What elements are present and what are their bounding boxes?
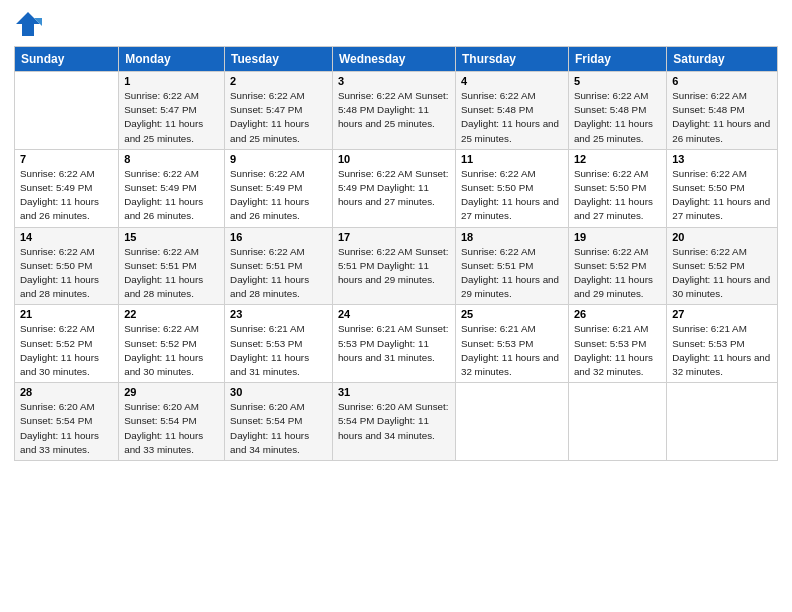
col-header-thursday: Thursday [455, 47, 568, 72]
header [14, 10, 778, 38]
day-number: 20 [672, 231, 772, 243]
day-cell: 24Sunrise: 6:21 AM Sunset: 5:53 PM Dayli… [332, 305, 455, 383]
logo-icon [14, 10, 42, 38]
week-row-4: 21Sunrise: 6:22 AM Sunset: 5:52 PM Dayli… [15, 305, 778, 383]
day-cell: 21Sunrise: 6:22 AM Sunset: 5:52 PM Dayli… [15, 305, 119, 383]
day-cell: 27Sunrise: 6:21 AM Sunset: 5:53 PM Dayli… [667, 305, 778, 383]
day-cell [568, 383, 666, 461]
day-number: 22 [124, 308, 219, 320]
day-cell [667, 383, 778, 461]
day-number: 15 [124, 231, 219, 243]
day-number: 27 [672, 308, 772, 320]
week-row-3: 14Sunrise: 6:22 AM Sunset: 5:50 PM Dayli… [15, 227, 778, 305]
day-info: Sunrise: 6:22 AM Sunset: 5:52 PM Dayligh… [574, 245, 661, 302]
day-cell: 7Sunrise: 6:22 AM Sunset: 5:49 PM Daylig… [15, 149, 119, 227]
col-header-wednesday: Wednesday [332, 47, 455, 72]
day-cell: 22Sunrise: 6:22 AM Sunset: 5:52 PM Dayli… [119, 305, 225, 383]
day-number: 8 [124, 153, 219, 165]
day-number: 30 [230, 386, 327, 398]
day-cell: 6Sunrise: 6:22 AM Sunset: 5:48 PM Daylig… [667, 72, 778, 150]
day-number: 18 [461, 231, 563, 243]
col-header-sunday: Sunday [15, 47, 119, 72]
header-row: SundayMondayTuesdayWednesdayThursdayFrid… [15, 47, 778, 72]
day-info: Sunrise: 6:22 AM Sunset: 5:47 PM Dayligh… [230, 89, 327, 146]
day-number: 14 [20, 231, 113, 243]
day-cell: 1Sunrise: 6:22 AM Sunset: 5:47 PM Daylig… [119, 72, 225, 150]
day-info: Sunrise: 6:22 AM Sunset: 5:50 PM Dayligh… [461, 167, 563, 224]
day-cell: 18Sunrise: 6:22 AM Sunset: 5:51 PM Dayli… [455, 227, 568, 305]
day-cell: 13Sunrise: 6:22 AM Sunset: 5:50 PM Dayli… [667, 149, 778, 227]
day-info: Sunrise: 6:21 AM Sunset: 5:53 PM Dayligh… [672, 322, 772, 379]
day-info: Sunrise: 6:22 AM Sunset: 5:51 PM Dayligh… [124, 245, 219, 302]
day-info: Sunrise: 6:22 AM Sunset: 5:51 PM Dayligh… [230, 245, 327, 302]
day-info: Sunrise: 6:21 AM Sunset: 5:53 PM Dayligh… [230, 322, 327, 379]
day-cell: 20Sunrise: 6:22 AM Sunset: 5:52 PM Dayli… [667, 227, 778, 305]
day-info: Sunrise: 6:22 AM Sunset: 5:50 PM Dayligh… [574, 167, 661, 224]
day-cell: 30Sunrise: 6:20 AM Sunset: 5:54 PM Dayli… [225, 383, 333, 461]
day-number: 2 [230, 75, 327, 87]
day-number: 11 [461, 153, 563, 165]
day-number: 29 [124, 386, 219, 398]
day-info: Sunrise: 6:22 AM Sunset: 5:52 PM Dayligh… [672, 245, 772, 302]
day-info: Sunrise: 6:22 AM Sunset: 5:48 PM Dayligh… [338, 89, 450, 132]
day-info: Sunrise: 6:20 AM Sunset: 5:54 PM Dayligh… [230, 400, 327, 457]
day-info: Sunrise: 6:22 AM Sunset: 5:49 PM Dayligh… [230, 167, 327, 224]
day-cell: 23Sunrise: 6:21 AM Sunset: 5:53 PM Dayli… [225, 305, 333, 383]
day-info: Sunrise: 6:20 AM Sunset: 5:54 PM Dayligh… [124, 400, 219, 457]
week-row-5: 28Sunrise: 6:20 AM Sunset: 5:54 PM Dayli… [15, 383, 778, 461]
day-info: Sunrise: 6:22 AM Sunset: 5:49 PM Dayligh… [338, 167, 450, 210]
col-header-friday: Friday [568, 47, 666, 72]
day-number: 19 [574, 231, 661, 243]
day-number: 26 [574, 308, 661, 320]
col-header-saturday: Saturday [667, 47, 778, 72]
day-number: 4 [461, 75, 563, 87]
day-number: 23 [230, 308, 327, 320]
day-info: Sunrise: 6:22 AM Sunset: 5:52 PM Dayligh… [124, 322, 219, 379]
day-number: 9 [230, 153, 327, 165]
day-cell: 5Sunrise: 6:22 AM Sunset: 5:48 PM Daylig… [568, 72, 666, 150]
day-cell: 25Sunrise: 6:21 AM Sunset: 5:53 PM Dayli… [455, 305, 568, 383]
day-info: Sunrise: 6:22 AM Sunset: 5:52 PM Dayligh… [20, 322, 113, 379]
day-cell: 16Sunrise: 6:22 AM Sunset: 5:51 PM Dayli… [225, 227, 333, 305]
day-info: Sunrise: 6:22 AM Sunset: 5:48 PM Dayligh… [461, 89, 563, 146]
col-header-tuesday: Tuesday [225, 47, 333, 72]
day-cell: 28Sunrise: 6:20 AM Sunset: 5:54 PM Dayli… [15, 383, 119, 461]
day-cell: 17Sunrise: 6:22 AM Sunset: 5:51 PM Dayli… [332, 227, 455, 305]
day-cell [455, 383, 568, 461]
day-info: Sunrise: 6:22 AM Sunset: 5:49 PM Dayligh… [20, 167, 113, 224]
day-cell: 29Sunrise: 6:20 AM Sunset: 5:54 PM Dayli… [119, 383, 225, 461]
day-info: Sunrise: 6:22 AM Sunset: 5:51 PM Dayligh… [338, 245, 450, 288]
day-cell: 14Sunrise: 6:22 AM Sunset: 5:50 PM Dayli… [15, 227, 119, 305]
day-info: Sunrise: 6:21 AM Sunset: 5:53 PM Dayligh… [338, 322, 450, 365]
day-cell: 4Sunrise: 6:22 AM Sunset: 5:48 PM Daylig… [455, 72, 568, 150]
day-number: 24 [338, 308, 450, 320]
day-info: Sunrise: 6:22 AM Sunset: 5:49 PM Dayligh… [124, 167, 219, 224]
calendar-table: SundayMondayTuesdayWednesdayThursdayFrid… [14, 46, 778, 461]
day-number: 1 [124, 75, 219, 87]
day-cell: 9Sunrise: 6:22 AM Sunset: 5:49 PM Daylig… [225, 149, 333, 227]
day-cell: 31Sunrise: 6:20 AM Sunset: 5:54 PM Dayli… [332, 383, 455, 461]
day-info: Sunrise: 6:22 AM Sunset: 5:51 PM Dayligh… [461, 245, 563, 302]
day-number: 5 [574, 75, 661, 87]
logo [14, 10, 46, 38]
day-info: Sunrise: 6:21 AM Sunset: 5:53 PM Dayligh… [574, 322, 661, 379]
day-cell: 8Sunrise: 6:22 AM Sunset: 5:49 PM Daylig… [119, 149, 225, 227]
day-cell: 10Sunrise: 6:22 AM Sunset: 5:49 PM Dayli… [332, 149, 455, 227]
day-number: 6 [672, 75, 772, 87]
main-container: SundayMondayTuesdayWednesdayThursdayFrid… [0, 0, 792, 469]
day-cell: 26Sunrise: 6:21 AM Sunset: 5:53 PM Dayli… [568, 305, 666, 383]
day-cell: 12Sunrise: 6:22 AM Sunset: 5:50 PM Dayli… [568, 149, 666, 227]
day-info: Sunrise: 6:22 AM Sunset: 5:48 PM Dayligh… [672, 89, 772, 146]
day-info: Sunrise: 6:20 AM Sunset: 5:54 PM Dayligh… [20, 400, 113, 457]
week-row-2: 7Sunrise: 6:22 AM Sunset: 5:49 PM Daylig… [15, 149, 778, 227]
day-number: 10 [338, 153, 450, 165]
day-cell: 15Sunrise: 6:22 AM Sunset: 5:51 PM Dayli… [119, 227, 225, 305]
day-number: 17 [338, 231, 450, 243]
day-info: Sunrise: 6:22 AM Sunset: 5:50 PM Dayligh… [20, 245, 113, 302]
col-header-monday: Monday [119, 47, 225, 72]
day-cell: 19Sunrise: 6:22 AM Sunset: 5:52 PM Dayli… [568, 227, 666, 305]
day-number: 12 [574, 153, 661, 165]
day-number: 16 [230, 231, 327, 243]
day-number: 31 [338, 386, 450, 398]
week-row-1: 1Sunrise: 6:22 AM Sunset: 5:47 PM Daylig… [15, 72, 778, 150]
